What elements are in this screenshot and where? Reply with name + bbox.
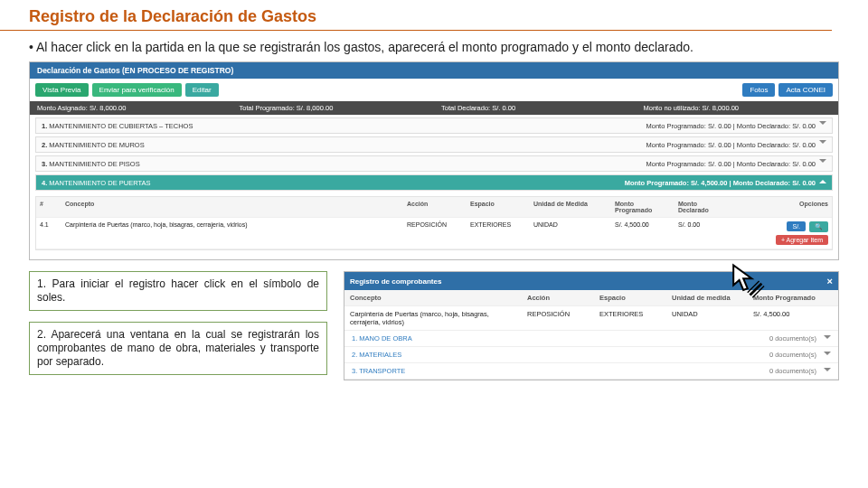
chevron-down-icon xyxy=(819,159,826,166)
partida-row-1[interactable]: 1. MANTENIMIENTO DE CUBIERTAS – TECHOS M… xyxy=(35,117,833,134)
category-transporte[interactable]: 3. TRANSPORTE 0 documento(s) xyxy=(344,363,838,380)
fotos-button[interactable]: Fotos xyxy=(742,83,775,97)
chevron-down-icon xyxy=(824,368,831,375)
acta-button[interactable]: Acta CONEI xyxy=(778,83,833,97)
close-icon[interactable]: × xyxy=(827,276,833,286)
instruction-bullet: Al hacer click en la partida en la que s… xyxy=(0,31,868,61)
page-title: Registro de la Declaración de Gastos xyxy=(0,0,832,31)
note-1: 1. Para iniciar el registro hacer click … xyxy=(29,271,327,311)
summary-bar: Monto Asignado: S/. 8,000.00 Total Progr… xyxy=(30,101,838,115)
notes-column: 1. Para iniciar el registro hacer click … xyxy=(29,271,327,375)
chevron-up-icon xyxy=(819,176,826,183)
modal-title: Registro de comprobantes xyxy=(350,277,441,286)
category-mano-obra[interactable]: 1. MANO DE OBRA 0 documento(s) xyxy=(344,331,838,347)
view-icon[interactable]: 🔍 xyxy=(809,221,828,232)
chevron-down-icon xyxy=(819,121,826,128)
chevron-down-icon xyxy=(824,352,831,359)
panel-header: Declaración de Gastos (EN PROCESO DE REG… xyxy=(30,62,838,79)
toolbar: Vista Previa Enviar para verificación Ed… xyxy=(30,79,838,101)
vista-previa-button[interactable]: Vista Previa xyxy=(35,83,89,97)
modal-table-row: Carpintería de Puertas (marco, hoja, bis… xyxy=(344,306,838,331)
editar-button[interactable]: Editar xyxy=(185,83,219,97)
note-2: 2. Aparecerá una ventana en la cual se r… xyxy=(29,322,327,375)
chevron-down-icon xyxy=(819,140,826,147)
table-header: # Concepto Acción Espacio Unidad de Medi… xyxy=(36,197,832,218)
total-programado: Total Programado: S/. 8,000.00 xyxy=(232,101,435,115)
cursor-annotation-icon xyxy=(725,260,765,300)
enviar-button[interactable]: Enviar para verificación xyxy=(92,83,182,97)
monto-asignado: Monto Asignado: S/. 8,000.00 xyxy=(30,101,232,115)
add-item-button[interactable]: + Agregar Item xyxy=(776,235,828,245)
monto-no-utilizado: Monto no utilizado: S/. 8,000.00 xyxy=(637,101,839,115)
chevron-down-icon xyxy=(824,335,831,343)
partida-row-3[interactable]: 3. MANTENIMIENTO DE PISOS Monto Programa… xyxy=(35,155,833,172)
partida-row-4[interactable]: 4. MANTENIMIENTO DE PUERTAS Monto Progra… xyxy=(35,174,833,191)
total-declarado: Total Declarado: S/. 0.00 xyxy=(434,101,637,115)
detail-table: # Concepto Acción Espacio Unidad de Medi… xyxy=(35,196,833,250)
table-row: 4.1 Carpintería de Puertas (marco, hoja,… xyxy=(36,218,832,249)
partida-row-2[interactable]: 2. MANTENIMIENTO DE MUROS Monto Programa… xyxy=(35,136,833,153)
soles-icon[interactable]: S/. xyxy=(787,221,806,231)
category-materiales[interactable]: 2. MATERIALES 0 documento(s) xyxy=(344,347,838,363)
main-screenshot: Declaración de Gastos (EN PROCESO DE REG… xyxy=(29,61,839,260)
